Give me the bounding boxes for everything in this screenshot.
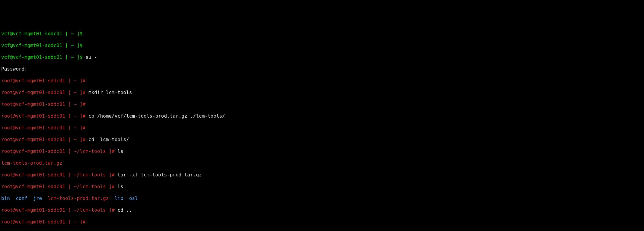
ls-output: bin conf jre lcm-tools-prod.tar.gz lib o… bbox=[1, 195, 643, 201]
command: cp /home/vcf/lcm-tools-prod.tar.gz ./lcm… bbox=[85, 113, 225, 119]
terminal-output[interactable]: vcf@vcf-mgmt01-sddc01 [ ~ ]$ vcf@vcf-mgm… bbox=[1, 25, 643, 231]
prompt-marker: # bbox=[112, 184, 115, 189]
prompt-marker: # bbox=[83, 125, 86, 131]
command: tar -xf lcm-tools-prod.tar.gz bbox=[115, 172, 202, 178]
line: root@vcf-mgmt01-sddc01 [ ~/lcm-tools ]# … bbox=[1, 184, 643, 190]
prompt-path: [ ~/lcm-tools ] bbox=[65, 184, 112, 189]
command: ls bbox=[115, 184, 123, 189]
password-prompt: Password: bbox=[1, 66, 643, 72]
prompt-marker: # bbox=[83, 113, 86, 119]
prompt-user: vcf@vcf-mgmt01-sddc01 bbox=[1, 54, 62, 60]
prompt-path: [ ~ ] bbox=[65, 137, 83, 142]
prompt-marker: $ bbox=[80, 31, 83, 36]
line: root@vcf-mgmt01-sddc01 [ ~ ]# bbox=[1, 125, 643, 131]
prompt-user: root@vcf-mgmt01-sddc01 bbox=[1, 125, 65, 131]
command: ls bbox=[115, 148, 123, 154]
command: cd lcm-tools/ bbox=[85, 137, 129, 142]
line: root@vcf-mgmt01-sddc01 [ ~/lcm-tools ]# … bbox=[1, 148, 643, 154]
line: vcf@vcf-mgmt01-sddc01 [ ~ ]$ bbox=[1, 43, 643, 49]
prompt-marker: # bbox=[112, 172, 115, 178]
file-tar: lcm-tools-prod.tar.gz bbox=[48, 195, 109, 201]
prompt-user: root@vcf-mgmt01-sddc01 bbox=[1, 78, 65, 84]
line: root@vcf-mgmt01-sddc01 [ ~ ]# bbox=[1, 78, 643, 84]
prompt-user: root@vcf-mgmt01-sddc01 bbox=[1, 219, 65, 225]
dir-conf: conf bbox=[16, 195, 27, 201]
command: mkdir lcm-tools bbox=[85, 90, 132, 95]
prompt-marker: # bbox=[83, 137, 86, 142]
prompt-path: [ ~/lcm-tools ] bbox=[65, 172, 112, 178]
prompt-marker: # bbox=[112, 207, 115, 213]
prompt-path: [ ~ ] bbox=[65, 125, 83, 131]
prompt-marker: $ bbox=[80, 43, 83, 48]
prompt-user: vcf@vcf-mgmt01-sddc01 bbox=[1, 43, 62, 48]
prompt-user: vcf@vcf-mgmt01-sddc01 bbox=[1, 31, 62, 36]
prompt-user: root@vcf-mgmt01-sddc01 bbox=[1, 207, 65, 213]
prompt-marker: # bbox=[112, 148, 115, 154]
prompt-user: root@vcf-mgmt01-sddc01 bbox=[1, 184, 65, 189]
prompt-path: [ ~/lcm-tools ] bbox=[65, 207, 112, 213]
ls-output: lcm-tools-prod.tar.gz bbox=[1, 160, 643, 166]
prompt-path: [ ~ ] bbox=[62, 43, 80, 48]
prompt-user: root@vcf-mgmt01-sddc01 bbox=[1, 148, 65, 154]
command: su - bbox=[83, 54, 97, 60]
dir-osl: osl bbox=[129, 195, 138, 201]
dir-jre: jre bbox=[33, 195, 42, 201]
prompt-path: [ ~ ] bbox=[62, 54, 80, 60]
prompt-path: [ ~ ] bbox=[62, 31, 80, 36]
prompt-marker: # bbox=[83, 101, 86, 107]
prompt-user: root@vcf-mgmt01-sddc01 bbox=[1, 90, 65, 95]
prompt-path: [ ~/lcm-tools ] bbox=[65, 148, 112, 154]
prompt-path: [ ~ ] bbox=[65, 90, 83, 95]
prompt-user: root@vcf-mgmt01-sddc01 bbox=[1, 172, 65, 178]
prompt-user: root@vcf-mgmt01-sddc01 bbox=[1, 101, 65, 107]
line: root@vcf-mgmt01-sddc01 [ ~ ]# cp /home/v… bbox=[1, 113, 643, 119]
line: vcf@vcf-mgmt01-sddc01 [ ~ ]$ bbox=[1, 31, 643, 37]
line: root@vcf-mgmt01-sddc01 [ ~/lcm-tools ]# … bbox=[1, 172, 643, 178]
command: cd .. bbox=[115, 207, 132, 213]
line: root@vcf-mgmt01-sddc01 [ ~/lcm-tools ]# … bbox=[1, 207, 643, 213]
dir-bin: bin bbox=[1, 195, 10, 201]
line: root@vcf-mgmt01-sddc01 [ ~ ]# bbox=[1, 219, 643, 225]
line: root@vcf-mgmt01-sddc01 [ ~ ]# mkdir lcm-… bbox=[1, 90, 643, 96]
dir-lib: lib bbox=[115, 195, 123, 201]
prompt-marker: # bbox=[83, 219, 86, 225]
prompt-path: [ ~ ] bbox=[65, 113, 83, 119]
prompt-path: [ ~ ] bbox=[65, 219, 83, 225]
prompt-user: root@vcf-mgmt01-sddc01 bbox=[1, 137, 65, 142]
prompt-marker: # bbox=[83, 90, 86, 95]
line: vcf@vcf-mgmt01-sddc01 [ ~ ]$ su - bbox=[1, 54, 643, 60]
prompt-marker: # bbox=[83, 78, 86, 84]
line: root@vcf-mgmt01-sddc01 [ ~ ]# cd lcm-too… bbox=[1, 137, 643, 143]
prompt-user: root@vcf-mgmt01-sddc01 bbox=[1, 113, 65, 119]
prompt-path: [ ~ ] bbox=[65, 78, 83, 84]
prompt-path: [ ~ ] bbox=[65, 101, 83, 107]
prompt-marker: $ bbox=[80, 54, 83, 60]
line: root@vcf-mgmt01-sddc01 [ ~ ]# bbox=[1, 101, 643, 107]
